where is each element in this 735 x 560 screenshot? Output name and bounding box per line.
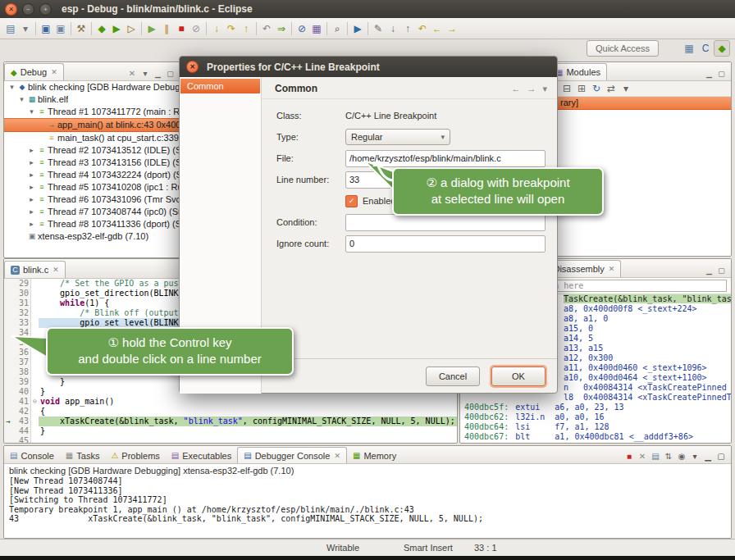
- tab-debugger-console[interactable]: ▤Debugger Console✕: [237, 447, 347, 463]
- new-wizard-icon[interactable]: ▤: [3, 21, 18, 36]
- debug-tree-item[interactable]: ▣xtensa-esp32-elf-gdb (7.10): [4, 230, 180, 243]
- debug-tree-item[interactable]: ▾≡Thread #1 1073411772 (main : Runn: [4, 106, 180, 118]
- line-number[interactable]: 29: [12, 279, 31, 289]
- debug-tree-item[interactable]: ▸≡Thread #5 1073410208 (ipc1 : Runni: [4, 181, 180, 193]
- window-minimize-button[interactable]: −: [22, 3, 34, 16]
- type-dropdown[interactable]: Regular ▾: [345, 129, 450, 145]
- debug-tree-item[interactable]: ▾◆blink checking [GDB Hardware Debug: [4, 81, 180, 93]
- collapsed-twistie-icon[interactable]: ▸: [27, 181, 36, 193]
- collapsed-twistie-icon[interactable]: ▸: [27, 169, 36, 181]
- skip-breakpoints-icon[interactable]: ⊘: [294, 21, 309, 36]
- window-maximize-button[interactable]: +: [39, 3, 52, 16]
- code-text[interactable]: void app_main(): [39, 397, 457, 407]
- fold-collapse-icon[interactable]: ⊖: [31, 397, 39, 407]
- annotations-icon[interactable]: ✎: [371, 21, 386, 36]
- tab-executables[interactable]: ▤Executables: [166, 448, 237, 463]
- prev-annotation-icon[interactable]: ↑: [400, 21, 415, 36]
- debug-tree-item[interactable]: ▸≡Thread #2 1073413512 (IDLE) (Susp: [4, 144, 180, 157]
- instruction-stepping-icon[interactable]: ⇒: [274, 21, 289, 36]
- ignore-count-input[interactable]: [345, 235, 546, 253]
- last-edit-icon[interactable]: ↶: [415, 21, 430, 36]
- close-icon[interactable]: ✕: [334, 452, 340, 460]
- collapsed-twistie-icon[interactable]: ▸: [27, 206, 36, 218]
- resume-icon[interactable]: ▶: [144, 21, 159, 36]
- next-annotation-icon[interactable]: ↓: [386, 21, 400, 36]
- minimize-icon[interactable]: ▁: [703, 68, 715, 80]
- suspend-icon[interactable]: ∥: [159, 21, 174, 36]
- maximize-icon[interactable]: ▢: [715, 265, 728, 277]
- remove-launch-icon[interactable]: ✕: [636, 450, 649, 463]
- code-text[interactable]: [39, 436, 457, 444]
- code-text[interactable]: xTaskCreate(&blink_task, "blink_task", c…: [39, 417, 457, 426]
- save-icon[interactable]: ▣: [39, 21, 53, 36]
- tab-blink-c[interactable]: C blink.c ✕: [4, 261, 66, 278]
- scroll-lock-icon[interactable]: ⇅: [662, 450, 675, 463]
- collapsed-twistie-icon[interactable]: ▸: [27, 144, 36, 157]
- dialog-close-button[interactable]: ✕: [186, 61, 199, 73]
- collapsed-twistie-icon[interactable]: ▸: [27, 218, 36, 230]
- debug-tree-item[interactable]: ≡main_task() at cpu_start.c:339 0x4: [4, 132, 180, 144]
- line-number[interactable]: 31: [12, 298, 31, 308]
- line-number[interactable]: 40: [12, 387, 31, 397]
- ok-button[interactable]: OK: [491, 367, 546, 386]
- drop-to-frame-icon[interactable]: ↶: [259, 21, 274, 36]
- enabled-checkbox[interactable]: ✓: [345, 195, 358, 207]
- debug-tree-item[interactable]: →app_main() at blink.c:43 0x400dbc: [4, 118, 180, 132]
- new-dropdown-icon[interactable]: ▾: [18, 21, 33, 36]
- refresh-icon[interactable]: ↻: [589, 81, 604, 96]
- cancel-button[interactable]: Cancel: [426, 367, 480, 386]
- tab-problems[interactable]: ⚠Problems: [105, 448, 165, 463]
- tab-tasks[interactable]: ▦Tasks: [60, 448, 106, 463]
- view-menu-icon[interactable]: ▾: [619, 81, 633, 96]
- console-menu-icon[interactable]: ▾: [688, 450, 701, 463]
- clear-console-icon[interactable]: ▤: [649, 450, 662, 463]
- expanded-twistie-icon[interactable]: ▾: [17, 93, 26, 106]
- line-number[interactable]: 44: [12, 426, 31, 436]
- tab-console[interactable]: ▤Console: [4, 448, 60, 463]
- debug-icon[interactable]: ◆: [94, 21, 109, 36]
- back-icon[interactable]: ←: [508, 84, 523, 94]
- tab-debug[interactable]: ◆ Debug ✕: [4, 63, 64, 80]
- window-close-button[interactable]: ✕: [5, 3, 17, 16]
- maximize-icon[interactable]: ▢: [714, 450, 728, 463]
- console-output[interactable]: [New Thread 1073408744][New Thread 10734…: [4, 476, 731, 524]
- debug-tree-item[interactable]: ▸≡Thread #8 1073411336 (dport) (Sus: [4, 218, 180, 230]
- line-number[interactable]: 32: [12, 308, 31, 318]
- step-over-icon[interactable]: ↷: [224, 21, 239, 36]
- terminate-icon[interactable]: ■: [623, 450, 636, 463]
- step-into-icon[interactable]: ↓: [209, 21, 224, 36]
- code-text[interactable]: }: [39, 426, 457, 436]
- pin-console-icon[interactable]: ◉: [675, 450, 688, 463]
- profile-icon[interactable]: ▷: [124, 21, 139, 36]
- debug-tree-item[interactable]: ▸≡Thread #6 1073431096 (Tmr Svc) (S: [4, 193, 180, 206]
- maximize-icon[interactable]: ▢: [715, 68, 728, 80]
- collapsed-twistie-icon[interactable]: ▸: [27, 193, 36, 206]
- disconnect-icon[interactable]: ⊘: [189, 21, 203, 36]
- search-icon[interactable]: ⌕: [330, 21, 345, 36]
- save-all-icon[interactable]: ▣: [53, 21, 68, 36]
- debug-tree-item[interactable]: ▸≡Thread #4 1073432224 (dport) (Sus: [4, 169, 180, 181]
- debug-tree-item[interactable]: ▾▦blink.elf: [4, 93, 180, 106]
- external-tools-icon[interactable]: ▶: [350, 21, 365, 36]
- minimize-icon[interactable]: ▁: [701, 450, 714, 463]
- open-perspective-icon[interactable]: ▦: [681, 40, 697, 57]
- line-number[interactable]: 42: [12, 407, 31, 417]
- close-icon[interactable]: ✕: [51, 68, 57, 76]
- new-project-icon[interactable]: ▦: [309, 21, 324, 36]
- expand-all-icon[interactable]: ⊞: [574, 81, 589, 96]
- minimize-icon[interactable]: ▁: [152, 68, 164, 80]
- remove-all-terminated-icon[interactable]: ✕: [126, 67, 139, 80]
- forward-icon[interactable]: →: [523, 84, 539, 94]
- link-with-debug-icon[interactable]: ⇄: [604, 81, 619, 96]
- quick-access-button[interactable]: Quick Access: [587, 40, 659, 57]
- view-menu-icon[interactable]: ▾: [139, 67, 152, 80]
- condition-input[interactable]: [345, 214, 546, 231]
- sidebar-item-common[interactable]: Common: [180, 79, 260, 93]
- forward-icon[interactable]: →: [445, 21, 459, 36]
- close-icon[interactable]: ✕: [52, 266, 59, 274]
- debug-tree-item[interactable]: ▸≡Thread #7 1073408744 (ipc0) (Susp: [4, 206, 180, 218]
- expanded-twistie-icon[interactable]: ▾: [7, 81, 16, 93]
- line-number[interactable]: 38: [12, 367, 31, 377]
- chevron-down-icon[interactable]: ▾: [539, 84, 550, 94]
- cpp-perspective-icon[interactable]: C: [697, 40, 714, 57]
